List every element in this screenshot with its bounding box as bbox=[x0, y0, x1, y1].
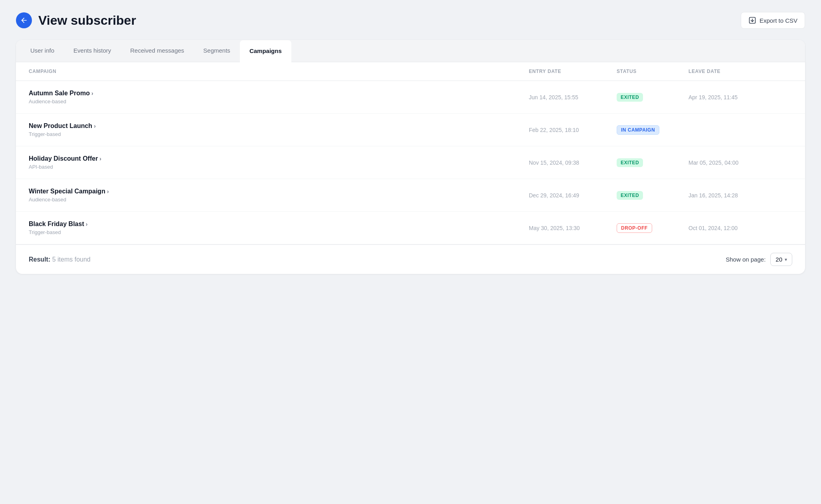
campaign-type: Trigger-based bbox=[29, 229, 529, 235]
back-button[interactable] bbox=[16, 12, 32, 28]
status-badge: EXITED bbox=[617, 93, 643, 102]
campaign-info: New Product Launch › Trigger-based bbox=[29, 122, 529, 137]
tab-received-messages[interactable]: Received messages bbox=[121, 40, 194, 62]
campaign-type: API-based bbox=[29, 164, 529, 170]
tab-user-info[interactable]: User info bbox=[21, 40, 64, 62]
chevron-right-icon: › bbox=[86, 221, 88, 227]
entry-date: Jun 14, 2025, 15:55 bbox=[529, 94, 617, 100]
column-leave-date: LEAVE DATE bbox=[688, 69, 792, 74]
campaign-info: Autumn Sale Promo › Audience-based bbox=[29, 90, 529, 104]
pagination-controls: Show on page: 20 ▾ bbox=[726, 253, 792, 266]
export-label: Export to CSV bbox=[760, 17, 797, 24]
chevron-right-icon: › bbox=[99, 156, 101, 162]
table-row: New Product Launch › Trigger-based Feb 2… bbox=[16, 114, 805, 146]
status-badge: EXITED bbox=[617, 191, 643, 200]
status-cell: EXITED bbox=[617, 191, 688, 200]
table-row: Black Friday Blast › Trigger-based May 3… bbox=[16, 212, 805, 244]
campaign-name[interactable]: Black Friday Blast › bbox=[29, 220, 529, 228]
campaign-name[interactable]: Autumn Sale Promo › bbox=[29, 90, 529, 97]
table-footer: Result: 5 items found Show on page: 20 ▾ bbox=[16, 244, 805, 274]
column-campaign: CAMPAIGN bbox=[29, 69, 529, 74]
result-text: Result: 5 items found bbox=[29, 256, 91, 263]
show-on-page-label: Show on page: bbox=[726, 256, 766, 263]
entry-date: Dec 29, 2024, 16:49 bbox=[529, 192, 617, 199]
tabs-bar: User info Events history Received messag… bbox=[16, 40, 805, 62]
chevron-right-icon: › bbox=[91, 90, 93, 96]
chevron-right-icon: › bbox=[107, 188, 109, 195]
page-header: View subscriber Export to CSV bbox=[16, 12, 805, 29]
entry-date: May 30, 2025, 13:30 bbox=[529, 225, 617, 231]
table-row: Holiday Discount Offer › API-based Nov 1… bbox=[16, 146, 805, 179]
status-badge: EXITED bbox=[617, 158, 643, 167]
campaign-type: Trigger-based bbox=[29, 131, 529, 137]
header-left: View subscriber bbox=[16, 12, 136, 28]
campaign-type: Audience-based bbox=[29, 98, 529, 104]
table-row: Autumn Sale Promo › Audience-based Jun 1… bbox=[16, 81, 805, 114]
status-cell: EXITED bbox=[617, 93, 688, 102]
table-header: CAMPAIGN ENTRY DATE STATUS LEAVE DATE bbox=[16, 62, 805, 81]
leave-date: Apr 19, 2025, 11:45 bbox=[688, 94, 792, 100]
status-badge: IN CAMPAIGN bbox=[617, 125, 659, 135]
status-badge: DROP-OFF bbox=[617, 223, 652, 233]
campaign-name[interactable]: New Product Launch › bbox=[29, 122, 529, 130]
column-status: STATUS bbox=[617, 69, 688, 74]
table-row: Winter Special Campaign › Audience-based… bbox=[16, 179, 805, 212]
entry-date: Nov 15, 2024, 09:38 bbox=[529, 159, 617, 166]
campaign-info: Winter Special Campaign › Audience-based bbox=[29, 188, 529, 203]
export-csv-button[interactable]: Export to CSV bbox=[741, 12, 805, 29]
tab-campaigns[interactable]: Campaigns bbox=[240, 40, 291, 62]
leave-date: Jan 16, 2025, 14:28 bbox=[688, 192, 792, 199]
tab-events-history[interactable]: Events history bbox=[64, 40, 121, 62]
status-cell: DROP-OFF bbox=[617, 223, 688, 233]
campaign-name[interactable]: Holiday Discount Offer › bbox=[29, 155, 529, 162]
campaign-info: Holiday Discount Offer › API-based bbox=[29, 155, 529, 170]
chevron-down-icon: ▾ bbox=[785, 257, 787, 262]
status-cell: IN CAMPAIGN bbox=[617, 125, 688, 135]
column-entry-date: ENTRY DATE bbox=[529, 69, 617, 74]
campaign-name[interactable]: Winter Special Campaign › bbox=[29, 188, 529, 195]
leave-date: Mar 05, 2025, 04:00 bbox=[688, 159, 792, 166]
chevron-right-icon: › bbox=[94, 123, 96, 129]
result-count: 5 items found bbox=[52, 256, 91, 263]
entry-date: Feb 22, 2025, 18:10 bbox=[529, 127, 617, 133]
page-size-value: 20 bbox=[775, 256, 782, 263]
status-cell: EXITED bbox=[617, 158, 688, 167]
campaign-type: Audience-based bbox=[29, 197, 529, 203]
campaigns-table: CAMPAIGN ENTRY DATE STATUS LEAVE DATE Au… bbox=[16, 62, 805, 274]
page-title: View subscriber bbox=[38, 13, 136, 28]
leave-date: Oct 01, 2024, 12:00 bbox=[688, 225, 792, 231]
campaign-info: Black Friday Blast › Trigger-based bbox=[29, 220, 529, 235]
tab-segments[interactable]: Segments bbox=[194, 40, 240, 62]
main-card: User info Events history Received messag… bbox=[16, 40, 805, 274]
page-size-selector[interactable]: 20 ▾ bbox=[770, 253, 792, 266]
